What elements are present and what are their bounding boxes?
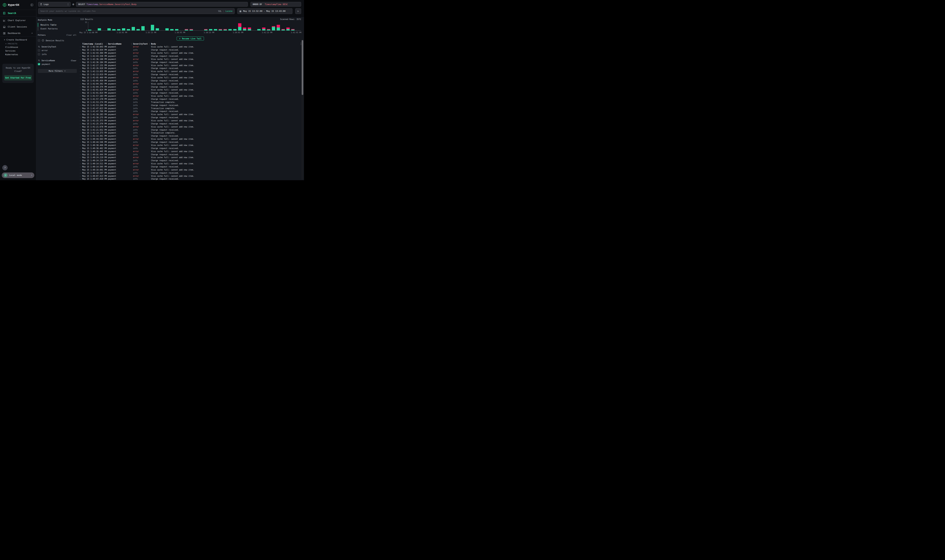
row-expand-chevron-icon[interactable]: ›: [80, 86, 82, 88]
log-table-row[interactable]: ›May 15 1:42:13.055 PMpaymenterrorVisa c…: [80, 70, 301, 73]
row-expand-chevron-icon[interactable]: ›: [80, 138, 82, 140]
select-query-input[interactable]: SELECTTimestamp, ServiceName, SeverityTe…: [76, 2, 248, 6]
error-checkbox[interactable]: [38, 49, 40, 52]
row-expand-chevron-icon[interactable]: ›: [80, 55, 82, 57]
row-expand-chevron-icon[interactable]: ›: [80, 101, 82, 103]
user-menu[interactable]: U Local mode: [2, 172, 34, 178]
histogram-bar[interactable]: [127, 29, 130, 31]
row-expand-chevron-icon[interactable]: ›: [80, 129, 82, 131]
histogram-bar[interactable]: [238, 23, 241, 31]
histogram-bar[interactable]: [98, 28, 101, 31]
histogram-bar[interactable]: [88, 30, 91, 31]
col-header-timestamp[interactable]: Timestamp (Local): [82, 43, 108, 45]
log-table-row[interactable]: ›May 15 1:41:57.178 PMpaymentinfoCharge …: [80, 98, 301, 101]
log-table-row[interactable]: ›May 15 1:40:14.505 PMpaymentinfoCharge …: [80, 165, 301, 168]
log-table-row[interactable]: ›May 15 1:40:14.511 PMpaymenterrorVisa c…: [80, 162, 301, 165]
sidebar-item-search[interactable]: Search: [0, 10, 36, 17]
row-expand-chevron-icon[interactable]: ›: [80, 144, 82, 146]
row-expand-chevron-icon[interactable]: ›: [80, 46, 82, 48]
help-button[interactable]: ?: [2, 165, 8, 170]
sidebar-item-dashboards[interactable]: Dashboards: [0, 30, 36, 37]
scrollbar-track[interactable]: [301, 40, 304, 180]
log-table-row[interactable]: ›May 15 1:42:05.460 PMpaymenterrorVisa c…: [80, 76, 301, 79]
row-expand-chevron-icon[interactable]: ›: [80, 110, 82, 112]
row-expand-chevron-icon[interactable]: ›: [80, 117, 82, 118]
log-table-row[interactable]: ›May 15 1:41:30.283 PMpaymenterrorVisa c…: [80, 113, 301, 116]
filter-option-payment[interactable]: payment: [38, 62, 77, 66]
order-by-input[interactable]: ORDER BY TimestampTime DESC: [250, 2, 301, 6]
log-table-row[interactable]: ›May 15 1:41:47.823 PMpaymentinfoTransac…: [80, 107, 301, 110]
row-expand-chevron-icon[interactable]: ›: [80, 64, 82, 66]
results-histogram[interactable]: 12 0 May 15 1:32:00 PM1:33:45 PM1:35:15 …: [80, 21, 301, 35]
log-table-row[interactable]: ›May 15 1:42:01.824 PMpaymenterrorVisa c…: [80, 88, 301, 91]
filter-option-error[interactable]: error: [38, 48, 77, 52]
row-expand-chevron-icon[interactable]: ›: [80, 92, 82, 94]
get-started-button[interactable]: Get Started for Free: [4, 75, 32, 80]
log-table-row[interactable]: ›May 15 1:42:04.392 PMpaymenterrorVisa c…: [80, 82, 301, 85]
log-table-row[interactable]: ›May 15 1:40:10.597 PMpaymentinfoCharge …: [80, 171, 301, 174]
resume-live-tail-button[interactable]: Resume Live Tail: [177, 37, 204, 40]
histogram-bar[interactable]: [122, 28, 125, 31]
sql-mode-button[interactable]: SQL: [218, 10, 222, 12]
histogram-bar[interactable]: [165, 28, 169, 31]
row-expand-chevron-icon[interactable]: ›: [80, 141, 82, 143]
log-table-row[interactable]: ›May 15 1:42:26.920 PMpaymentinfoCharge …: [80, 67, 301, 70]
log-table-row[interactable]: ›May 15 1:42:27.131 PMpaymenterrorVisa c…: [80, 64, 301, 67]
row-expand-chevron-icon[interactable]: ›: [80, 98, 82, 100]
sidebar-item-client-sessions[interactable]: Client Sessions: [0, 24, 36, 30]
histogram-bar[interactable]: [267, 29, 270, 31]
row-expand-chevron-icon[interactable]: ›: [80, 95, 82, 97]
source-settings-gear-icon[interactable]: ⚙: [71, 3, 76, 6]
histogram-bar[interactable]: [243, 28, 246, 31]
clear-group-filter-button[interactable]: Clear: [71, 60, 76, 62]
log-table-row[interactable]: ›May 15 1:41:53.274 PMpaymentinfoTransac…: [80, 101, 301, 104]
more-filters-button[interactable]: More filters: [38, 69, 77, 73]
row-expand-chevron-icon[interactable]: ›: [80, 58, 82, 60]
histogram-bar[interactable]: [248, 28, 251, 31]
analysis-mode-results-table[interactable]: Results Table: [38, 23, 77, 27]
col-header-severitytext[interactable]: SeverityText: [133, 43, 151, 45]
payment-checkbox[interactable]: [38, 63, 40, 65]
clear-all-filters-button[interactable]: Clear all: [66, 34, 76, 36]
row-expand-chevron-icon[interactable]: ›: [80, 67, 82, 69]
log-table-row[interactable]: ›May 15 1:41:25.373 PMpaymenterrorVisa c…: [80, 119, 301, 122]
row-expand-chevron-icon[interactable]: ›: [80, 123, 82, 125]
lucene-mode-button[interactable]: Lucene: [225, 10, 233, 12]
analysis-mode-event-patterns[interactable]: Event Patterns: [38, 27, 77, 31]
scrollbar-thumb[interactable]: [302, 40, 303, 95]
preset-dashboard-clickhouse[interactable]: Clickhouse: [0, 45, 36, 49]
log-table-row[interactable]: ›May 15 1:42:36.184 PMpaymentinfoCharge …: [80, 61, 301, 64]
histogram-bar[interactable]: [141, 26, 145, 31]
log-table-row[interactable]: ›May 15 1:42:05.450 PMpaymentinfoCharge …: [80, 79, 301, 82]
log-table-row[interactable]: ›May 15 1:41:14.361 PMpaymentinfoCharge …: [80, 134, 301, 138]
info-checkbox[interactable]: [38, 53, 40, 55]
log-table-row[interactable]: ›May 15 1:42:04.376 PMpaymentinfoCharge …: [80, 85, 301, 88]
column-resize-handle[interactable]: [131, 43, 132, 45]
table-options-kebab-icon[interactable]: [301, 43, 301, 45]
log-table-row[interactable]: ›May 15 1:41:21.652 PMpaymentinfoCharge …: [80, 128, 301, 131]
histogram-bar[interactable]: [209, 29, 212, 31]
row-expand-chevron-icon[interactable]: ›: [80, 83, 82, 85]
log-table-row[interactable]: ›May 15 1:41:21.678 PMpaymenterrorVisa c…: [80, 125, 301, 128]
log-table-row[interactable]: ›May 15 1:40:07.413 PMpaymenterrorVisa c…: [80, 174, 301, 177]
histogram-bar[interactable]: [262, 28, 265, 31]
log-table-row[interactable]: ›May 15 1:41:30.275 PMpaymentinfoCharge …: [80, 116, 301, 119]
histogram-bar[interactable]: [228, 29, 232, 31]
row-expand-chevron-icon[interactable]: ›: [80, 126, 82, 128]
row-expand-chevron-icon[interactable]: ›: [80, 89, 82, 91]
row-expand-chevron-icon[interactable]: ›: [80, 147, 82, 149]
presets-section-toggle[interactable]: PRESETS: [0, 42, 36, 45]
log-table-row[interactable]: ›May 15 1:40:26.445 PMpaymenterrorVisa c…: [80, 150, 301, 153]
sidebar-item-chart-explorer[interactable]: Chart Explorer: [0, 17, 36, 24]
log-table-row[interactable]: ›May 15 1:42:43.336 PMpaymentinfoCharge …: [80, 55, 301, 58]
histogram-bar[interactable]: [233, 29, 237, 31]
row-expand-chevron-icon[interactable]: ›: [80, 175, 82, 177]
col-header-servicename[interactable]: ServiceName: [108, 43, 133, 45]
log-table-row[interactable]: ›May 15 1:40:44.546 PMpaymentinfoCharge …: [80, 141, 301, 144]
log-table-row[interactable]: ›May 15 1:41:25.370 PMpaymentinfoCharge …: [80, 122, 301, 125]
date-range-input[interactable]: May 15 13:32:00 - May 15 13:43:00: [237, 8, 292, 14]
row-expand-chevron-icon[interactable]: ›: [80, 61, 82, 63]
row-expand-chevron-icon[interactable]: ›: [80, 169, 82, 171]
histogram-bar[interactable]: [132, 27, 135, 31]
log-table-row[interactable]: ›May 15 1:42:01.814 PMpaymentinfoCharge …: [80, 91, 301, 95]
